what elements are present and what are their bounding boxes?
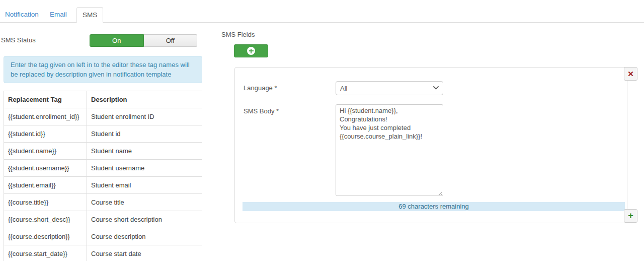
table-row: {{course.title}} Course title <box>4 194 202 211</box>
plus-circle-icon <box>247 47 255 55</box>
info-note: Enter the tag given on left in to the ed… <box>4 56 202 83</box>
table-row: {{course.start_date}} Course start date <box>4 245 202 261</box>
table-header-row: Replacement Tag Description <box>4 91 202 108</box>
tab-notification[interactable]: Notification <box>5 11 39 18</box>
sms-status-label: SMS Status <box>1 36 36 44</box>
sms-field-card: ✕ Language * All SMS Body * Hi {{student… <box>234 67 627 223</box>
table-row: {{student.enrollment_id}} Student enroll… <box>4 108 202 125</box>
description-cell: Course short description <box>87 211 202 228</box>
replacement-tag-cell: {{student.email}} <box>4 177 87 194</box>
description-cell: Student email <box>87 177 202 194</box>
description-cell: Course description <box>87 228 202 245</box>
description-cell: Student name <box>87 143 202 160</box>
table-row: {{student.username}} Student username <box>4 160 202 177</box>
replacement-tag-cell: {{student.username}} <box>4 160 87 177</box>
table-row: {{course.short_desc}} Course short descr… <box>4 211 202 228</box>
table-row: {{student.id}} Student id <box>4 125 202 143</box>
description-cell: Student id <box>87 125 202 143</box>
description-cell: Course start date <box>87 245 202 261</box>
replacement-tag-cell: {{student.id}} <box>4 125 87 143</box>
replacement-tag-cell: {{course.start_date}} <box>4 245 87 261</box>
tab-email[interactable]: Email <box>50 11 67 18</box>
header-replacement-tag: Replacement Tag <box>4 91 87 108</box>
sms-status-on-button[interactable]: On <box>90 34 144 47</box>
add-sms-field-button[interactable] <box>234 44 268 57</box>
tab-bar: Notification Email SMS <box>0 7 644 23</box>
sms-body-label: SMS Body * <box>244 107 279 115</box>
table-row: {{course.description}} Course descriptio… <box>4 228 202 245</box>
close-icon: ✕ <box>627 70 634 79</box>
replacement-tag-cell: {{course.title}} <box>4 194 87 211</box>
replacement-tag-table: Replacement Tag Description {{student.en… <box>4 91 202 261</box>
sms-status-off-button[interactable]: Off <box>144 34 198 47</box>
chars-remaining: 69 characters remaining <box>243 202 625 211</box>
sms-status-toggle: On Off <box>90 34 197 47</box>
remove-field-button[interactable]: ✕ <box>624 67 637 81</box>
replacement-tag-cell: {{student.name}} <box>4 143 87 160</box>
plus-icon: + <box>628 211 633 221</box>
add-row-button[interactable]: + <box>624 209 637 223</box>
replacement-tag-cell: {{course.description}} <box>4 228 87 245</box>
sms-body-textarea[interactable]: Hi {{student.name}}, Congratulations! Yo… <box>336 104 443 196</box>
replacement-tag-cell: {{course.short_desc}} <box>4 211 87 228</box>
replacement-tag-cell: {{student.enrollment_id}} <box>4 108 87 125</box>
language-select-wrap: All <box>336 81 443 95</box>
sms-fields-label: SMS Fields <box>221 31 255 38</box>
description-cell: Course title <box>87 194 202 211</box>
language-label: Language * <box>244 84 277 92</box>
table-row: {{student.name}} Student name <box>4 143 202 160</box>
tab-sms[interactable]: SMS <box>76 7 103 23</box>
language-select[interactable]: All <box>336 81 443 95</box>
description-cell: Student username <box>87 160 202 177</box>
header-description: Description <box>87 91 202 108</box>
description-cell: Student enrollment ID <box>87 108 202 125</box>
table-row: {{student.email}} Student email <box>4 177 202 194</box>
